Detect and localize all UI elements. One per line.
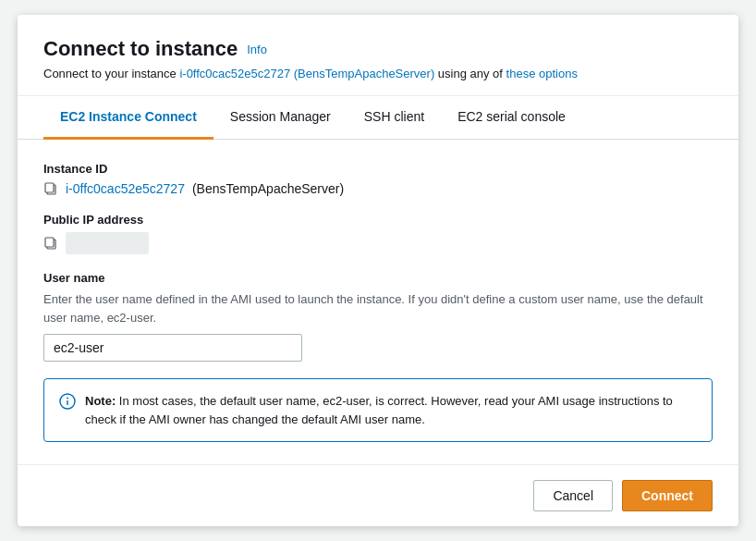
instance-name: (BensTempApacheServer) — [192, 181, 344, 196]
username-label: User name — [43, 271, 713, 285]
modal-title: Connect to instance — [43, 37, 238, 61]
subtitle-suffix: using any of — [434, 67, 506, 80]
info-icon — [59, 393, 76, 428]
tab-ssh-client[interactable]: SSH client — [348, 96, 441, 140]
note-label: Note: — [85, 394, 119, 408]
modal-header: Connect to instance Info Connect to your… — [18, 15, 738, 96]
instance-id-link[interactable]: i-0ffc0cac52e5c2727 — [66, 181, 185, 196]
note-text: Note: In most cases, the default user na… — [85, 392, 697, 428]
info-link[interactable]: Info — [247, 43, 267, 56]
username-input[interactable] — [43, 334, 302, 362]
svg-rect-1 — [45, 183, 54, 192]
public-ip-value — [66, 232, 149, 254]
connect-to-instance-modal: Connect to instance Info Connect to your… — [18, 15, 738, 526]
tab-bar: EC2 Instance Connect Session Manager SSH… — [18, 96, 738, 140]
cancel-button[interactable]: Cancel — [533, 480, 613, 511]
svg-rect-3 — [45, 238, 54, 247]
connect-button[interactable]: Connect — [622, 480, 713, 511]
svg-point-6 — [67, 398, 68, 400]
instance-id-field: Instance ID i-0ffc0cac52e5c2727 (BensTem… — [43, 162, 713, 196]
public-ip-label: Public IP address — [43, 213, 713, 227]
username-field: User name Enter the user name defined in… — [43, 271, 713, 362]
subtitle-prefix: Connect to your instance — [43, 67, 179, 80]
note-box: Note: In most cases, the default user na… — [43, 378, 713, 442]
public-ip-field: Public IP address — [43, 213, 713, 254]
these-options-link[interactable]: these options — [506, 67, 578, 80]
subtitle: Connect to your instance i-0ffc0cac52e5c… — [43, 67, 713, 80]
modal-body: Instance ID i-0ffc0cac52e5c2727 (BensTem… — [18, 140, 738, 464]
tab-session-manager[interactable]: Session Manager — [213, 96, 348, 140]
title-row: Connect to instance Info — [43, 37, 713, 61]
tab-serial-console[interactable]: EC2 serial console — [441, 96, 582, 140]
svg-rect-5 — [67, 400, 68, 405]
modal-footer: Cancel Connect — [18, 464, 738, 526]
instance-id-label: Instance ID — [43, 162, 713, 176]
copy-instance-id-icon[interactable] — [43, 181, 58, 196]
instance-id-value-row: i-0ffc0cac52e5c2727 (BensTempApacheServe… — [43, 181, 713, 196]
subtitle-instance-link[interactable]: i-0ffc0cac52e5c2727 (BensTempApacheServe… — [179, 67, 434, 80]
tab-ec2-instance-connect[interactable]: EC2 Instance Connect — [43, 96, 213, 140]
username-description: Enter the user name defined in the AMI u… — [43, 290, 713, 326]
copy-public-ip-icon[interactable] — [43, 236, 58, 251]
note-body: In most cases, the default user name, ec… — [85, 394, 673, 426]
public-ip-value-row — [43, 232, 713, 254]
